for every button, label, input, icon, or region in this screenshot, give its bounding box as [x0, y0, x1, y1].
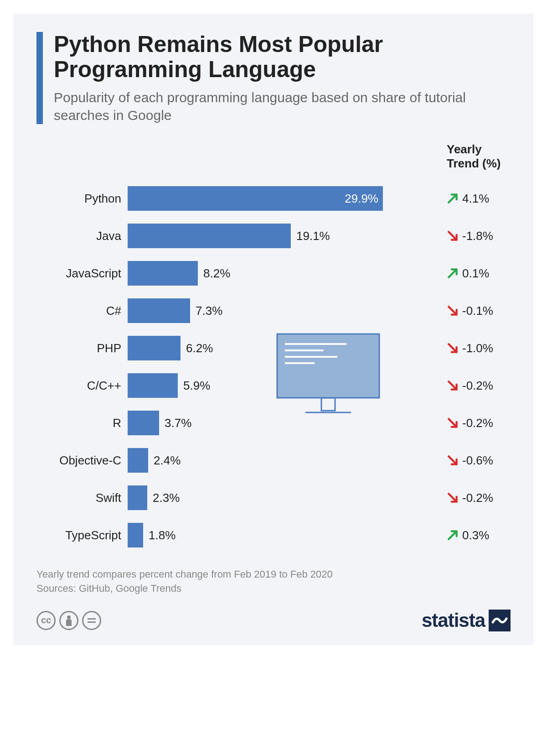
chart-card: Python Remains Most Popular Programming …: [14, 14, 533, 645]
trend-column-header: YearlyTrend (%): [36, 142, 511, 171]
trend-value: -0.2%: [447, 379, 511, 393]
bar-wrap: 6.2%: [128, 336, 392, 360]
bar-wrap: 1.8%: [128, 523, 392, 547]
header: Python Remains Most Popular Programming …: [36, 32, 511, 124]
bar-wrap: 19.1%: [128, 224, 392, 248]
chart-row: Java19.1%-1.8%: [36, 217, 511, 255]
bar-wrap: 3.7%: [128, 411, 392, 435]
statista-wave-icon: [489, 610, 511, 631]
bar-wrap: 2.4%: [128, 448, 392, 473]
trend-value: 0.3%: [447, 528, 511, 542]
cc-license-icons: cc: [36, 611, 101, 630]
bar: [128, 336, 181, 360]
footnote-line-2: Sources: GitHub, Google Trends: [36, 582, 511, 596]
category-label: PHP: [36, 341, 128, 355]
bar: 29.9%: [128, 186, 383, 211]
chart-row: Python29.9%4.1%: [36, 180, 511, 217]
bar-value: 5.9%: [183, 379, 210, 393]
category-label: C/C++: [36, 379, 128, 393]
bar-wrap: 2.3%: [128, 485, 392, 510]
category-label: Java: [36, 229, 128, 243]
bar: [128, 298, 190, 323]
category-label: Swift: [36, 491, 128, 505]
cc-by-icon: [59, 611, 78, 630]
bar-value: 1.8%: [149, 528, 175, 542]
bar-wrap: 8.2%: [128, 261, 392, 286]
bar-wrap: 5.9%: [128, 373, 392, 398]
bar: [128, 261, 198, 286]
brand-name: statista: [422, 610, 485, 631]
bar: [128, 224, 291, 248]
chart-row: C#7.3%-0.1%: [36, 292, 511, 329]
category-label: Python: [36, 192, 128, 206]
category-label: C#: [36, 304, 128, 318]
accent-bar: [36, 32, 43, 124]
footnote: Yearly trend compares percent change fro…: [36, 568, 511, 596]
svg-rect-9: [88, 621, 96, 623]
bar-value: 7.3%: [196, 304, 222, 318]
chart-row: Swift2.3%-0.2%: [36, 479, 511, 516]
bar: [128, 448, 148, 473]
chart-title: Python Remains Most Popular Programming …: [54, 32, 511, 82]
bar: [128, 485, 147, 510]
trend-value: 4.1%: [447, 192, 511, 206]
bar: [128, 523, 143, 547]
trend-value: -0.2%: [447, 416, 511, 430]
bar-value: 8.2%: [203, 266, 230, 281]
cc-nd-icon: [82, 611, 101, 630]
bar-value: 29.9%: [345, 192, 378, 206]
chart-area: Python29.9%4.1%Java19.1%-1.8%JavaScript8…: [36, 180, 511, 554]
category-label: Objective-C: [36, 454, 128, 468]
svg-rect-8: [88, 618, 96, 620]
bar-wrap: 7.3%: [128, 298, 392, 323]
trend-value: -0.6%: [447, 454, 511, 468]
category-label: R: [36, 416, 128, 430]
bar-value: 3.7%: [165, 416, 191, 430]
cc-icon: cc: [36, 611, 56, 630]
trend-value: -1.8%: [447, 229, 511, 243]
chart-row: Objective-C2.4%-0.6%: [36, 442, 511, 479]
trend-value: -1.0%: [447, 341, 511, 355]
bar-value: 6.2%: [186, 341, 213, 355]
bar: [128, 373, 178, 398]
bar-wrap: 29.9%: [128, 186, 392, 211]
chart-row: TypeScript1.8%0.3%: [36, 516, 511, 554]
trend-value: -0.1%: [447, 304, 511, 318]
svg-point-7: [67, 615, 71, 619]
footnote-line-1: Yearly trend compares percent change fro…: [36, 568, 511, 582]
bar: [128, 411, 159, 435]
chart-subtitle: Popularity of each programming language …: [54, 89, 511, 124]
bar-value: 2.4%: [154, 454, 181, 468]
svg-rect-5: [321, 398, 335, 411]
bar-value: 19.1%: [296, 229, 330, 243]
category-label: TypeScript: [36, 528, 128, 542]
chart-row: JavaScript8.2%0.1%: [36, 255, 511, 292]
trend-value: -0.2%: [447, 491, 511, 505]
trend-value: 0.1%: [447, 266, 511, 281]
bar-value: 2.3%: [153, 491, 180, 505]
statista-logo: statista: [422, 610, 511, 631]
footer: cc statista: [36, 610, 511, 631]
category-label: JavaScript: [36, 266, 128, 281]
